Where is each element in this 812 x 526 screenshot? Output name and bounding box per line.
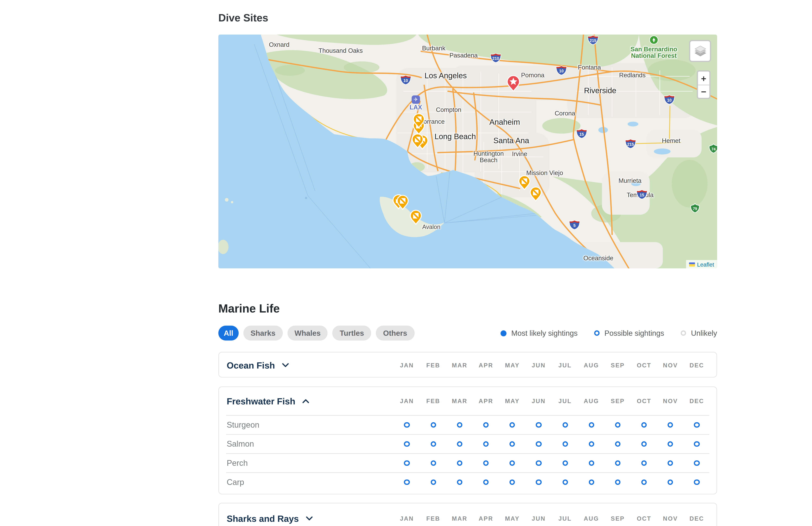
month-header: APR: [473, 398, 499, 404]
month-header: DEC: [683, 362, 710, 368]
sighting-cell: [394, 422, 420, 428]
leaflet-link[interactable]: Leaflet: [697, 261, 714, 267]
airplane-icon: ✈: [412, 96, 420, 104]
layers-control[interactable]: [689, 40, 711, 62]
sighting-cell: [473, 422, 499, 428]
section-header[interactable]: Freshwater FishJANFEBMARAPRMAYJUNJULAUGS…: [219, 387, 716, 415]
svg-text:79: 79: [693, 207, 697, 211]
dive-site-marker-icon[interactable]: [411, 133, 424, 148]
svg-text:10: 10: [667, 98, 672, 102]
sighting-cell: [499, 461, 525, 466]
svg-text:74: 74: [711, 147, 715, 151]
dive-site-marker-icon[interactable]: [409, 209, 422, 225]
sighting-cell: [447, 441, 473, 447]
month-header: AUG: [578, 362, 605, 368]
sighting-possible-icon: [694, 479, 700, 485]
month-header: AUG: [578, 398, 605, 404]
month-header: OCT: [631, 362, 657, 368]
sighting-possible-icon: [510, 479, 515, 485]
sighting-cell: [499, 479, 525, 485]
month-header-row: JANFEBMARAPRMAYJUNJULAUGSEPOCTNOVDEC: [394, 362, 710, 368]
svg-text:210: 210: [492, 56, 499, 61]
dive-site-marker-icon[interactable]: [396, 194, 409, 210]
sighting-cell: [447, 479, 473, 485]
interstate-shield-icon: 10: [556, 65, 567, 78]
month-header: NOV: [657, 398, 683, 404]
interstate-shield-icon: 215: [625, 138, 636, 151]
legend-label: Unlikely: [691, 329, 717, 337]
section-header[interactable]: Ocean FishJANFEBMARAPRMAYJUNJULAUGSEPOCT…: [219, 352, 716, 378]
star-marker-icon[interactable]: [506, 74, 521, 92]
month-header: MAR: [447, 398, 473, 404]
zoom-in-button[interactable]: +: [698, 72, 709, 85]
sighting-possible-icon: [483, 461, 489, 466]
sighting-possible-icon: [562, 422, 568, 428]
chevron-up-icon[interactable]: [303, 399, 309, 403]
sighting-possible-icon: [404, 441, 410, 447]
month-header-row: JANFEBMARAPRMAYJUNJULAUGSEPOCTNOVDEC: [394, 398, 710, 404]
chevron-down-icon[interactable]: [282, 363, 289, 367]
sighting-cell: [394, 441, 420, 447]
svg-text:10: 10: [403, 78, 408, 83]
sighting-cell: [394, 461, 420, 466]
interstate-shield-icon: 10: [664, 94, 675, 107]
sighting-possible-icon: [562, 441, 568, 447]
sighting-cell: [578, 441, 605, 447]
month-header: MAY: [499, 362, 525, 368]
page-title: Dive Sites: [218, 12, 268, 24]
interstate-shield-icon: 5: [569, 220, 580, 232]
sighting-possible-icon: [457, 422, 462, 428]
interstate-shield-icon: 10: [400, 75, 411, 87]
month-header: APR: [473, 362, 499, 368]
dive-sites-map[interactable]: OxnardThousand OaksBurbankPasadenaLos An…: [218, 34, 717, 268]
svg-text:215: 215: [590, 38, 596, 43]
month-header: FEB: [420, 362, 447, 368]
sighting-possible-icon: [536, 422, 541, 428]
sighting-possible-icon: [694, 422, 700, 428]
sighting-cell: [605, 441, 631, 447]
legend-label: Most likely sightings: [511, 329, 578, 337]
sighting-possible-icon: [615, 461, 621, 466]
sighting-possible-icon: [589, 461, 594, 466]
dive-site-marker-icon[interactable]: [529, 186, 542, 202]
sighting-cell: [552, 461, 578, 466]
section-title: Ocean Fish: [227, 360, 275, 370]
month-header: SEP: [605, 515, 631, 522]
sighting-possible-icon: [404, 461, 410, 466]
month-header: NOV: [657, 362, 683, 368]
month-header: JUL: [552, 515, 578, 522]
sighting-cell: [420, 479, 447, 485]
sighting-cell: [631, 479, 657, 485]
sighting-cell: [473, 461, 499, 466]
legend-item: Unlikely: [681, 329, 717, 337]
sighting-cells: [394, 441, 710, 447]
sighting-possible-icon: [589, 479, 594, 485]
sighting-possible-icon: [641, 461, 647, 466]
sighting-possible-icon: [536, 461, 541, 466]
ukraine-flag-icon: [690, 262, 695, 266]
sighting-possible-icon: [510, 461, 515, 466]
sighting-cell: [525, 461, 552, 466]
section-card: Sharks and RaysJANFEBMARAPRMAYJUNJULAUGS…: [218, 503, 717, 526]
sighting-cell: [631, 422, 657, 428]
month-header: JUN: [525, 515, 552, 522]
interstate-shield-icon: 15: [636, 189, 648, 202]
dive-site-marker-icon[interactable]: [518, 175, 531, 190]
chevron-down-icon[interactable]: [306, 516, 313, 520]
month-header: MAY: [499, 515, 525, 522]
sighting-possible-icon: [641, 479, 647, 485]
month-header: FEB: [420, 515, 447, 522]
zoom-out-button[interactable]: −: [698, 85, 709, 98]
dive-site-marker-icon[interactable]: [412, 113, 425, 128]
table-row: Sturgeon: [219, 415, 716, 434]
section-header[interactable]: Sharks and RaysJANFEBMARAPRMAYJUNJULAUGS…: [219, 503, 716, 526]
sighting-cell: [631, 441, 657, 447]
sighting-possible-icon: [694, 461, 700, 466]
month-header: JUL: [552, 398, 578, 404]
sighting-possible-icon: [615, 422, 621, 428]
legend-label: Possible sightings: [605, 329, 664, 337]
sighting-cell: [473, 441, 499, 447]
sighting-possible-icon: [431, 422, 436, 428]
sighting-possible-icon: [483, 422, 489, 428]
sighting-cells: [394, 479, 710, 485]
